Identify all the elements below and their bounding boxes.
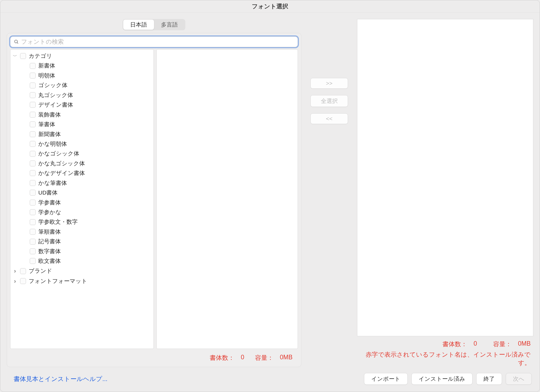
tab-multilingual[interactable]: 多言語 — [154, 20, 185, 30]
tree-checkbox[interactable] — [30, 131, 36, 137]
right-count-label: 書体数： — [442, 340, 467, 348]
tree-checkbox[interactable] — [30, 141, 36, 147]
tree-root-label: カテゴリ — [29, 52, 52, 60]
tree-child-row[interactable]: 新聞書体 — [12, 129, 152, 139]
tree-root-label: ブランド — [29, 267, 52, 275]
tree-child-label: 学参欧文・数字 — [38, 218, 78, 226]
left-stats: 書体数： 0 容量： 0MB — [10, 351, 298, 362]
tree-child-label: かなデザイン書体 — [38, 169, 85, 177]
tree-checkbox[interactable] — [30, 190, 36, 196]
chevron-right-icon[interactable]: › — [13, 267, 17, 275]
tree-checkbox[interactable] — [20, 268, 26, 274]
tree-root-row[interactable]: ›ブランド — [12, 266, 152, 276]
tree-child-row[interactable]: 丸ゴシック体 — [12, 90, 152, 100]
tree-child-row[interactable]: かなデザイン書体 — [12, 168, 152, 178]
chevron-right-icon[interactable]: › — [13, 277, 17, 286]
tree-checkbox[interactable] — [30, 73, 36, 79]
tree-checkbox[interactable] — [30, 229, 36, 235]
tree-child-label: 明朝体 — [38, 72, 55, 80]
next-button[interactable]: 次へ — [506, 373, 532, 385]
chevron-down-icon[interactable]: ﹀ — [13, 53, 17, 59]
tree-checkbox[interactable] — [30, 209, 36, 215]
tree-child-row[interactable]: かな丸ゴシック体 — [12, 159, 152, 168]
tree-child-label: ゴシック体 — [38, 81, 68, 89]
tree-checkbox[interactable] — [30, 83, 36, 88]
import-button[interactable]: インポート — [364, 373, 408, 385]
tree-child-row[interactable]: かな筆書体 — [12, 178, 152, 188]
tree-child-row[interactable]: 装飾書体 — [12, 110, 152, 120]
tree-checkbox[interactable] — [30, 102, 36, 108]
tree-child-row[interactable]: 記号書体 — [12, 237, 152, 246]
tree-checkbox[interactable] — [30, 160, 36, 166]
tree-child-label: 新書体 — [38, 62, 55, 70]
right-column: 書体数： 0 容量： 0MB 赤字で表示されているフォント名は、インストール済み… — [357, 19, 533, 367]
right-size-value: 0MB — [518, 340, 531, 348]
tree-child-row[interactable]: 欧文書体 — [12, 256, 152, 266]
tree-child-row[interactable]: かな明朝体 — [12, 139, 152, 149]
font-select-window: フォント選択 日本語 多言語 ﹀カテゴリ新書体明朝体ゴシック体丸ゴシック体デザイ… — [0, 0, 540, 392]
left-size-label: 容量： — [255, 354, 273, 362]
tree-child-label: 記号書体 — [38, 237, 61, 245]
window-title: フォント選択 — [0, 0, 540, 13]
tree-child-row[interactable]: 筆書体 — [12, 120, 152, 129]
tree-checkbox[interactable] — [30, 239, 36, 245]
tree-root-row[interactable]: ﹀カテゴリ — [12, 51, 152, 61]
tree-checkbox[interactable] — [30, 92, 36, 98]
category-tree[interactable]: ﹀カテゴリ新書体明朝体ゴシック体丸ゴシック体デザイン書体装飾書体筆書体新聞書体か… — [10, 49, 154, 349]
help-link[interactable]: 書体見本とインストールヘルプ... — [14, 375, 107, 383]
installed-note: 赤字で表示されているフォント名は、インストール済みです。 — [357, 349, 533, 367]
tree-checkbox[interactable] — [30, 63, 36, 69]
tree-child-row[interactable]: 筆順書体 — [12, 227, 152, 237]
tree-child-row[interactable]: UD書体 — [12, 188, 152, 197]
tree-child-row[interactable]: ゴシック体 — [12, 80, 152, 90]
tree-checkbox[interactable] — [30, 219, 36, 225]
tree-child-row[interactable]: 明朝体 — [12, 71, 152, 80]
tree-child-row[interactable]: 学参かな — [12, 207, 152, 217]
tree-checkbox[interactable] — [30, 170, 36, 176]
tree-child-label: かなゴシック体 — [38, 150, 79, 158]
tree-child-label: 新聞書体 — [38, 130, 61, 138]
search-input[interactable] — [21, 38, 294, 45]
remove-button[interactable]: << — [310, 113, 348, 124]
font-list[interactable] — [156, 49, 298, 349]
tree-child-label: 筆書体 — [38, 120, 55, 128]
footer: 書体見本とインストールヘルプ... インポート インストール済み 終了 次へ — [0, 369, 540, 392]
tree-child-row[interactable]: 学参書体 — [12, 198, 152, 207]
add-button[interactable]: >> — [310, 78, 348, 89]
left-column: 日本語 多言語 ﹀カテゴリ新書体明朝体ゴシック体丸ゴシック体デザイン書体装飾書体… — [7, 19, 301, 367]
quit-button[interactable]: 終了 — [476, 373, 502, 385]
tree-checkbox[interactable] — [30, 121, 36, 127]
tree-child-label: 筆順書体 — [38, 228, 61, 236]
tree-child-label: 装飾書体 — [38, 111, 61, 119]
tree-checkbox[interactable] — [30, 112, 36, 118]
tree-child-label: 学参書体 — [38, 199, 61, 207]
tree-root-row[interactable]: ›フォントフォーマット — [12, 276, 152, 286]
search-icon — [14, 39, 19, 44]
tree-child-row[interactable]: デザイン書体 — [12, 100, 152, 110]
tree-child-row[interactable]: 学参欧文・数字 — [12, 217, 152, 227]
tree-root-label: フォントフォーマット — [29, 277, 87, 285]
right-stats: 書体数： 0 容量： 0MB — [357, 336, 533, 349]
select-all-button[interactable]: 全選択 — [310, 95, 348, 107]
left-size-value: 0MB — [280, 354, 292, 362]
tree-checkbox[interactable] — [30, 200, 36, 206]
left-count-label: 書体数： — [210, 354, 234, 362]
search-field-wrap — [10, 36, 298, 47]
transfer-buttons: >> 全選択 << — [308, 19, 351, 367]
tree-child-row[interactable]: 数字書体 — [12, 247, 152, 256]
language-tabs: 日本語 多言語 — [7, 19, 301, 30]
tree-child-row[interactable]: かなゴシック体 — [12, 149, 152, 158]
tab-japanese[interactable]: 日本語 — [123, 20, 154, 30]
tree-checkbox[interactable] — [30, 151, 36, 157]
installed-button[interactable]: インストール済み — [411, 373, 472, 385]
tree-child-row[interactable]: 新書体 — [12, 61, 152, 70]
segmented-control: 日本語 多言語 — [123, 19, 185, 30]
tree-checkbox[interactable] — [30, 248, 36, 254]
tree-checkbox[interactable] — [30, 258, 36, 264]
tree-checkbox[interactable] — [30, 180, 36, 186]
content-area: 日本語 多言語 ﹀カテゴリ新書体明朝体ゴシック体丸ゴシック体デザイン書体装飾書体… — [0, 13, 540, 369]
tree-checkbox[interactable] — [20, 278, 26, 284]
tree-checkbox[interactable] — [20, 53, 26, 59]
selected-fonts-box[interactable] — [357, 19, 533, 336]
left-count-value: 0 — [241, 354, 244, 362]
